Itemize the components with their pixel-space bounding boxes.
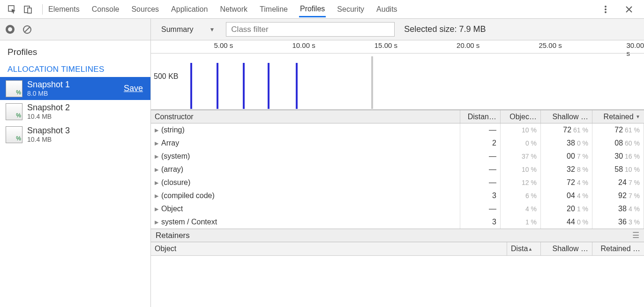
table-row[interactable]: ▶(closure)—12 %724 %247 % <box>151 176 644 189</box>
col-shallow[interactable]: Shallow … <box>541 242 592 255</box>
retainers-title: Retainers <box>156 231 190 240</box>
cell-retained: 3016 % <box>592 150 644 163</box>
save-link[interactable]: Save <box>124 84 145 93</box>
cell-shallow: 007 % <box>541 150 592 163</box>
chart-tick: 20.00 s <box>457 41 479 49</box>
chart-tick: 15.00 s <box>374 41 397 49</box>
cell-distance: — <box>460 150 501 163</box>
tab-sources[interactable]: Sources <box>130 1 160 17</box>
snapshot-size: 10.4 MB <box>27 113 145 120</box>
table-row[interactable]: ▶(array)—10 %328 %5810 % <box>151 163 644 176</box>
col-object[interactable]: Object <box>151 242 507 255</box>
chart-bar <box>243 63 245 109</box>
tab-timeline[interactable]: Timeline <box>259 1 289 17</box>
chart-bar <box>371 56 373 109</box>
snapshot-size: 10.4 MB <box>27 136 145 143</box>
snapshot-name: Snapshot 1 <box>27 80 119 90</box>
col-retained[interactable]: Retained ▼ <box>592 110 644 123</box>
col-distance[interactable]: Distan… <box>460 110 501 123</box>
chart-y-label: 500 KB <box>154 72 178 81</box>
disclosure-triangle-icon[interactable]: ▶ <box>155 140 158 146</box>
snapshot-item-3[interactable]: % Snapshot 3 10.4 MB <box>0 123 150 146</box>
chart-bar <box>296 63 298 109</box>
snapshot-icon: % <box>6 103 22 120</box>
chevron-down-icon: ▼ <box>209 26 215 33</box>
cell-distance: — <box>460 163 501 176</box>
cell-retained: 247 % <box>592 176 644 189</box>
table-row[interactable]: ▶system / Context31 %440 %363 % <box>151 215 644 229</box>
snapshot-icon: % <box>6 126 22 143</box>
tab-audits[interactable]: Audits <box>375 1 398 17</box>
snapshot-item-1[interactable]: % Snapshot 1 8.0 MB Save <box>0 77 150 100</box>
svg-line-7 <box>24 27 30 32</box>
selected-size-label: Selected size: 7.9 MB <box>404 24 486 34</box>
table-row[interactable]: ▶(compiled code)36 %044 %927 % <box>151 189 644 202</box>
disclosure-triangle-icon[interactable]: ▶ <box>155 206 158 212</box>
tab-console[interactable]: Console <box>91 1 120 17</box>
cell-shallow: 380 % <box>541 137 592 150</box>
cell-distance: 3 <box>460 189 501 202</box>
cell-objects: 4 % <box>501 202 541 215</box>
close-icon[interactable] <box>622 3 636 16</box>
disclosure-triangle-icon[interactable]: ▶ <box>155 167 158 173</box>
cell-distance: 2 <box>460 137 501 150</box>
retainers-table-body <box>151 256 644 307</box>
clear-icon[interactable] <box>22 24 32 35</box>
chart-x-axis: 5.00 s10.00 s15.00 s20.00 s25.00 s30.00 … <box>151 40 644 54</box>
chart-bar <box>217 63 218 109</box>
constructor-name: (closure) <box>161 178 190 187</box>
chart-bar <box>190 63 192 109</box>
sidebar-title: Profiles <box>0 40 150 61</box>
table-row[interactable]: ▶Object—4 %201 %384 % <box>151 202 644 215</box>
cell-objects: 1 % <box>501 215 541 229</box>
cell-retained: 363 % <box>592 215 644 229</box>
col-objects[interactable]: Objec… <box>501 110 541 123</box>
hamburger-icon[interactable]: ☰ <box>632 230 639 240</box>
cell-shallow: 724 % <box>541 176 592 189</box>
table-row[interactable]: ▶(system)—37 %007 %3016 % <box>151 150 644 163</box>
more-icon[interactable] <box>599 3 612 16</box>
tab-network[interactable]: Network <box>219 1 248 17</box>
cell-retained: 384 % <box>592 202 644 215</box>
col-distance[interactable]: Dista▲ <box>507 242 541 255</box>
tab-security[interactable]: Security <box>336 1 365 17</box>
allocation-timeline-chart[interactable]: 5.00 s10.00 s15.00 s20.00 s25.00 s30.00 … <box>151 40 644 110</box>
record-icon[interactable] <box>6 25 15 34</box>
col-retained[interactable]: Retained … <box>592 242 644 255</box>
main-split: Profiles ALLOCATION TIMELINES % Snapshot… <box>0 19 644 307</box>
cell-objects: 6 % <box>501 189 541 202</box>
cell-shallow: 201 % <box>541 202 592 215</box>
snapshot-item-2[interactable]: % Snapshot 2 10.4 MB <box>0 100 150 123</box>
svg-point-5 <box>605 11 607 13</box>
svg-rect-2 <box>28 8 31 13</box>
col-shallow[interactable]: Shallow … <box>541 110 592 123</box>
disclosure-triangle-icon[interactable]: ▶ <box>155 193 158 199</box>
constructor-name: system / Context <box>161 218 217 226</box>
cell-retained: 5810 % <box>592 163 644 176</box>
cell-objects: 12 % <box>501 176 541 189</box>
disclosure-triangle-icon[interactable]: ▶ <box>155 219 158 225</box>
tab-elements[interactable]: Elements <box>47 1 81 17</box>
class-filter-input[interactable] <box>226 22 395 37</box>
cell-retained: 7261 % <box>592 123 644 137</box>
disclosure-triangle-icon[interactable]: ▶ <box>155 180 158 186</box>
chart-body: 500 KB <box>151 54 644 109</box>
col-constructor[interactable]: Constructor <box>151 110 460 123</box>
table-row[interactable]: ▶(string)—10 %7261 %7261 % <box>151 123 644 137</box>
chart-bar <box>268 63 270 109</box>
cell-shallow: 044 % <box>541 189 592 202</box>
inspect-icon[interactable] <box>6 3 19 16</box>
table-row[interactable]: ▶Array20 %380 %0860 % <box>151 137 644 150</box>
constructor-name: (array) <box>161 165 183 174</box>
disclosure-triangle-icon[interactable]: ▶ <box>155 154 158 160</box>
tab-profiles[interactable]: Profiles <box>299 1 326 17</box>
cell-distance: 3 <box>460 215 501 229</box>
device-toggle-icon[interactable] <box>22 3 35 16</box>
cell-objects: 10 % <box>501 163 541 176</box>
cell-objects: 37 % <box>501 150 541 163</box>
constructor-name: (system) <box>161 152 190 161</box>
tab-application[interactable]: Application <box>170 1 209 17</box>
constructor-table-body: ▶(string)—10 %7261 %7261 %▶Array20 %380 … <box>151 123 644 229</box>
disclosure-triangle-icon[interactable]: ▶ <box>155 127 158 133</box>
view-dropdown[interactable]: Summary ▼ <box>157 23 219 36</box>
